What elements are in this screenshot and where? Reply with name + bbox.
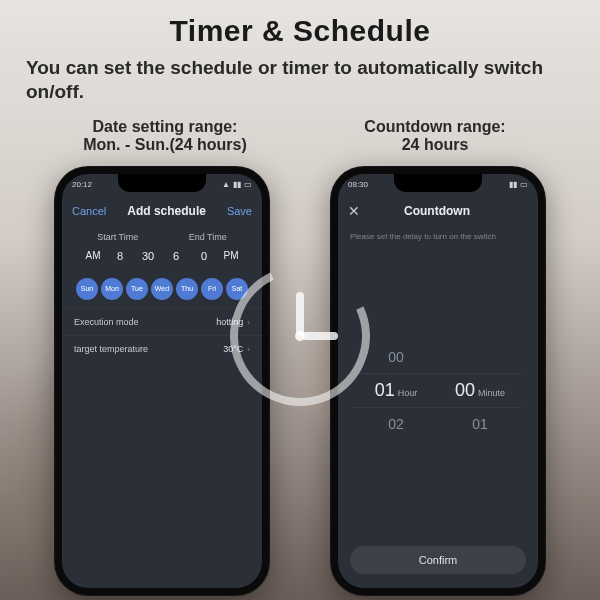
- start-time-label: Start Time: [97, 232, 138, 242]
- screen-schedule: 20:12 ▲ ▮▮ ▭ Cancel Add schedule Save St…: [62, 174, 262, 588]
- cd-minute[interactable]: 00: [455, 380, 475, 401]
- countdown-picker[interactable]: 00 01Hour 00Minute 02 01: [338, 245, 538, 536]
- save-button[interactable]: Save: [227, 205, 252, 217]
- left-caption: Date setting range: Mon. - Sun.(24 hours…: [30, 116, 300, 162]
- cd-minute-below[interactable]: 01: [472, 416, 488, 432]
- screen-title: Add schedule: [127, 204, 206, 218]
- picker-start-hour[interactable]: 8: [108, 250, 132, 262]
- day-tue[interactable]: Tue: [126, 278, 148, 300]
- day-thu[interactable]: Thu: [176, 278, 198, 300]
- right-caption-line2: 24 hours: [306, 136, 564, 154]
- countdown-hint: Please set the delay to turn on the swit…: [338, 226, 538, 245]
- execution-mode-label: Execution mode: [74, 317, 139, 327]
- phone-notch: [118, 174, 206, 192]
- screen-countdown: 08:30 ▮▮ ▭ ✕ Countdown Please set the de…: [338, 174, 538, 588]
- confirm-button[interactable]: Confirm: [350, 546, 526, 574]
- target-temperature-label: target temperature: [74, 344, 148, 354]
- day-mon[interactable]: Mon: [101, 278, 123, 300]
- page-title: Timer & Schedule: [0, 0, 600, 52]
- cd-hour-above[interactable]: 00: [388, 349, 404, 365]
- topbar: Cancel Add schedule Save: [62, 196, 262, 226]
- day-wed[interactable]: Wed: [151, 278, 173, 300]
- close-button[interactable]: ✕: [348, 203, 360, 219]
- day-selector: Sun Mon Tue Wed Thu Fri Sat: [62, 268, 262, 308]
- status-time: 08:30: [348, 180, 368, 189]
- signal-icon: ▮▮: [509, 180, 517, 189]
- picker-am[interactable]: AM: [82, 250, 104, 261]
- cd-hour-unit: Hour: [398, 388, 418, 398]
- cancel-button[interactable]: Cancel: [72, 205, 106, 217]
- left-caption-line1: Date setting range:: [36, 118, 294, 136]
- battery-icon: ▭: [244, 180, 252, 189]
- time-labels: Start Time End Time: [62, 226, 262, 244]
- cd-hour-below[interactable]: 02: [388, 416, 404, 432]
- phone-notch: [394, 174, 482, 192]
- picker-end-hour[interactable]: 6: [164, 250, 188, 262]
- left-caption-line2: Mon. - Sun.(24 hours): [36, 136, 294, 154]
- picker-pm[interactable]: PM: [220, 250, 242, 261]
- end-time-label: End Time: [189, 232, 227, 242]
- right-caption-line1: Countdown range:: [306, 118, 564, 136]
- topbar: ✕ Countdown: [338, 196, 538, 226]
- picker-start-min[interactable]: 30: [136, 250, 160, 262]
- phone-countdown: 08:30 ▮▮ ▭ ✕ Countdown Please set the de…: [330, 166, 546, 596]
- screen-title: Countdown: [404, 204, 470, 218]
- battery-icon: ▭: [520, 180, 528, 189]
- wifi-icon: ▲: [222, 180, 230, 189]
- right-caption: Countdown range: 24 hours: [300, 116, 570, 162]
- day-fri[interactable]: Fri: [201, 278, 223, 300]
- cd-minute-unit: Minute: [478, 388, 505, 398]
- signal-icon: ▮▮: [233, 180, 241, 189]
- cd-hour[interactable]: 01: [375, 380, 395, 401]
- page-subtitle: You can set the schedule or timer to aut…: [0, 52, 600, 116]
- status-time: 20:12: [72, 180, 92, 189]
- day-sun[interactable]: Sun: [76, 278, 98, 300]
- time-picker[interactable]: AM 8 30 6 0 PM: [62, 244, 262, 268]
- picker-end-min[interactable]: 0: [192, 250, 216, 262]
